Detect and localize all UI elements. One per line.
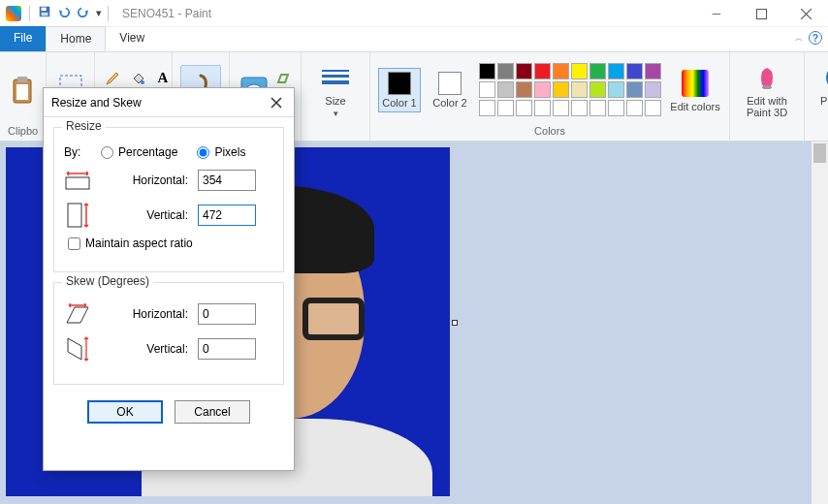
color-swatch[interactable] bbox=[589, 100, 606, 116]
window-controls: ─ bbox=[694, 0, 828, 27]
resize-handle[interactable] bbox=[452, 320, 458, 326]
separator bbox=[29, 6, 30, 21]
color-swatch[interactable] bbox=[497, 100, 514, 116]
redo-icon[interactable] bbox=[77, 5, 90, 21]
svg-point-16 bbox=[762, 85, 772, 89]
color-swatch[interactable] bbox=[479, 63, 495, 79]
color-swatch[interactable] bbox=[645, 100, 661, 116]
color-swatch[interactable] bbox=[534, 100, 551, 116]
color1-button[interactable]: Color 1 bbox=[378, 68, 421, 112]
tab-home[interactable]: Home bbox=[46, 26, 106, 51]
color-swatch[interactable] bbox=[608, 100, 624, 116]
color-swatch[interactable] bbox=[589, 81, 606, 98]
percentage-radio[interactable]: Percentage bbox=[101, 145, 177, 159]
vertical-scrollbar[interactable] bbox=[812, 142, 828, 504]
close-button[interactable] bbox=[783, 0, 828, 27]
ok-button[interactable]: OK bbox=[87, 400, 163, 424]
color-swatch[interactable] bbox=[497, 81, 514, 98]
group-clipboard: Clipbo bbox=[0, 52, 47, 141]
clipboard-label: Clipbo bbox=[8, 123, 38, 139]
color-swatch[interactable] bbox=[497, 63, 514, 79]
color2-button[interactable]: Color 2 bbox=[429, 68, 471, 112]
svg-rect-3 bbox=[756, 9, 766, 18]
color-swatch[interactable] bbox=[608, 63, 624, 79]
color-swatch[interactable] bbox=[479, 100, 495, 116]
ribbon-tabs: File Home View ︿ ? bbox=[0, 27, 828, 52]
skew-vertical-label: Vertical: bbox=[101, 342, 188, 356]
color-swatch[interactable] bbox=[516, 100, 532, 116]
color-swatch[interactable] bbox=[516, 63, 532, 79]
svg-rect-6 bbox=[16, 84, 28, 100]
separator bbox=[108, 6, 109, 21]
tab-file[interactable]: File bbox=[0, 26, 46, 51]
skew-vertical-input[interactable] bbox=[198, 338, 256, 360]
color-palette bbox=[479, 63, 661, 116]
pixels-radio[interactable]: Pixels bbox=[197, 145, 245, 159]
shape-outline-icon[interactable] bbox=[273, 69, 293, 88]
color-swatch[interactable] bbox=[534, 81, 551, 98]
undo-icon[interactable] bbox=[57, 5, 71, 21]
product-alert-button[interactable]: i Product alert bbox=[812, 62, 828, 118]
quick-access-toolbar: ▾ bbox=[0, 5, 116, 21]
text-icon[interactable]: A bbox=[153, 69, 173, 88]
skew-horizontal-label: Horizontal: bbox=[101, 307, 188, 321]
paste-button[interactable] bbox=[8, 75, 39, 106]
resize-legend: Resize bbox=[62, 119, 106, 133]
resize-vertical-input[interactable] bbox=[198, 205, 256, 226]
maximize-button[interactable] bbox=[739, 0, 783, 27]
pencil-icon[interactable] bbox=[103, 69, 122, 88]
color-swatch[interactable] bbox=[553, 63, 569, 79]
colors-group-label: Colors bbox=[378, 123, 721, 139]
resize-horizontal-icon bbox=[64, 167, 91, 194]
skew-horizontal-input[interactable] bbox=[198, 303, 256, 325]
resize-skew-dialog: Resize and Skew Resize By: Percentage Pi… bbox=[43, 87, 295, 471]
dialog-buttons: OK Cancel bbox=[44, 391, 294, 433]
maintain-aspect-checkbox[interactable]: Maintain aspect ratio bbox=[68, 236, 193, 250]
color-swatch[interactable] bbox=[626, 81, 643, 98]
group-alert: i Product alert bbox=[805, 52, 828, 141]
horizontal-label: Horizontal: bbox=[101, 173, 188, 187]
help-icon[interactable]: ? bbox=[809, 31, 822, 45]
color-swatch[interactable] bbox=[534, 63, 551, 79]
color-swatch[interactable] bbox=[589, 63, 606, 79]
color-swatch[interactable] bbox=[571, 100, 588, 116]
color-swatch[interactable] bbox=[645, 81, 661, 98]
color-swatch[interactable] bbox=[553, 81, 569, 98]
minimize-button[interactable]: ─ bbox=[694, 0, 739, 27]
color-swatch[interactable] bbox=[571, 63, 588, 79]
by-label: By: bbox=[64, 145, 91, 159]
color-swatch[interactable] bbox=[645, 63, 661, 79]
titlebar: ▾ SENO451 - Paint ─ bbox=[0, 0, 828, 27]
dialog-titlebar[interactable]: Resize and Skew bbox=[44, 88, 294, 117]
color-swatch[interactable] bbox=[553, 100, 569, 116]
skew-horizontal-icon bbox=[64, 300, 91, 328]
color-swatch[interactable] bbox=[626, 63, 643, 79]
svg-rect-2 bbox=[42, 13, 48, 16]
group-paint3d: Edit with Paint 3D bbox=[730, 52, 805, 141]
resize-fieldset: Resize By: Percentage Pixels Horizontal:… bbox=[53, 127, 284, 272]
dialog-title: Resize and Skew bbox=[51, 96, 142, 110]
tab-view[interactable]: View bbox=[106, 26, 158, 51]
size-button[interactable]: Size ▾ bbox=[309, 62, 362, 118]
svg-rect-5 bbox=[17, 77, 27, 82]
resize-horizontal-input[interactable] bbox=[198, 170, 256, 191]
fill-icon[interactable] bbox=[128, 69, 147, 88]
vertical-label: Vertical: bbox=[101, 208, 188, 222]
skew-fieldset: Skew (Degrees) Horizontal: Vertical: bbox=[53, 282, 284, 385]
color-swatch[interactable] bbox=[571, 81, 588, 98]
color-swatch[interactable] bbox=[479, 81, 495, 98]
chevron-down-icon: ▾ bbox=[334, 109, 338, 118]
collapse-ribbon-icon[interactable]: ︿ bbox=[795, 33, 803, 44]
scrollbar-thumb[interactable] bbox=[813, 143, 826, 163]
qat-customize-icon[interactable]: ▾ bbox=[96, 7, 100, 19]
color-swatch[interactable] bbox=[626, 100, 643, 116]
cancel-button[interactable]: Cancel bbox=[175, 400, 250, 424]
save-icon[interactable] bbox=[38, 5, 51, 21]
resize-vertical-icon bbox=[64, 202, 91, 229]
edit-colors-button[interactable]: Edit colors bbox=[669, 68, 721, 112]
color-swatch[interactable] bbox=[608, 81, 624, 98]
color-swatch[interactable] bbox=[516, 81, 532, 98]
edit-paint3d-button[interactable]: Edit with Paint 3D bbox=[738, 62, 796, 118]
dialog-close-button[interactable] bbox=[267, 93, 286, 112]
svg-rect-18 bbox=[68, 204, 81, 227]
